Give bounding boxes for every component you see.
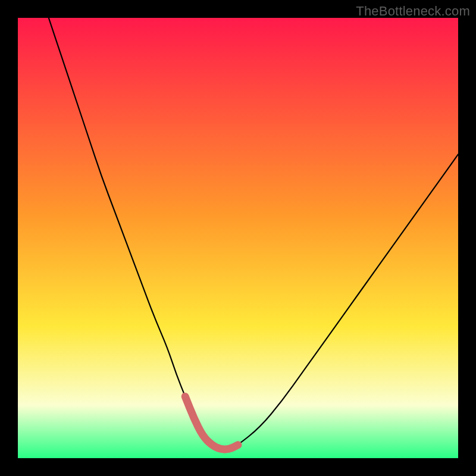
gradient-rect — [18, 18, 458, 458]
chart-area — [18, 18, 458, 458]
outer-frame: TheBottleneck.com — [0, 0, 476, 476]
watermark-text: TheBottleneck.com — [356, 4, 470, 19]
chart-svg — [18, 18, 458, 458]
